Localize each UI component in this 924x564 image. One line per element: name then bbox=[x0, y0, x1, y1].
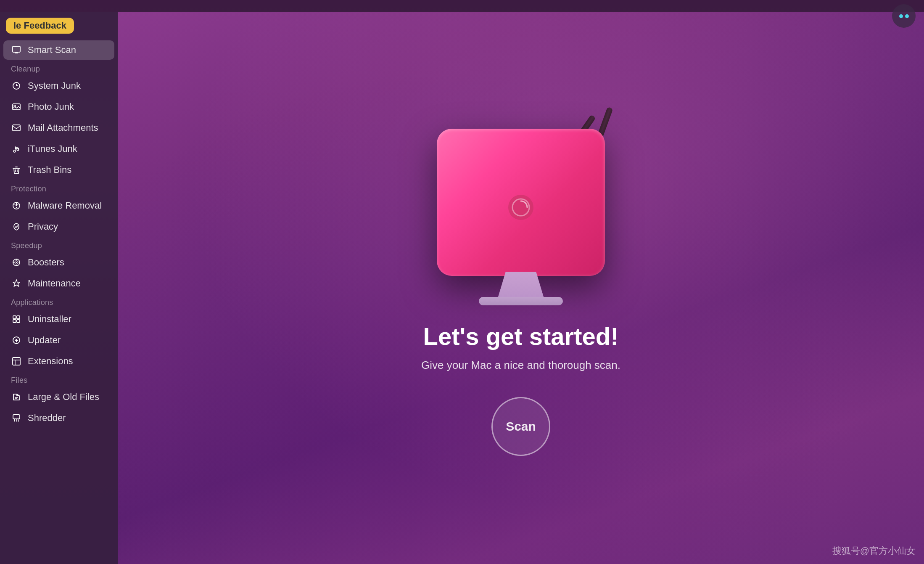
large-old-files-label: Large & Old Files bbox=[28, 392, 99, 402]
section-applications: Applications bbox=[0, 294, 118, 309]
svg-rect-6 bbox=[13, 125, 20, 131]
maintenance-label: Maintenance bbox=[28, 278, 81, 289]
photo-junk-icon bbox=[11, 101, 22, 112]
main-subtitle: Give your Mac a nice and thorough scan. bbox=[421, 359, 620, 372]
section-speedup: Speedup bbox=[0, 237, 118, 252]
macos-menubar bbox=[0, 0, 924, 12]
sidebar: le Feedback Smart Scan Cleanup System bbox=[0, 12, 118, 564]
sidebar-item-trash-bins[interactable]: Trash Bins bbox=[3, 160, 114, 180]
app-illustration bbox=[416, 120, 626, 305]
itunes-junk-label: iTunes Junk bbox=[28, 143, 77, 154]
svg-rect-22 bbox=[13, 320, 16, 323]
app-window: le Feedback Smart Scan Cleanup System bbox=[0, 12, 924, 564]
uninstaller-icon bbox=[11, 314, 22, 325]
privacy-icon bbox=[11, 221, 22, 232]
updater-label: Updater bbox=[28, 335, 61, 346]
svg-point-7 bbox=[13, 150, 16, 152]
sidebar-item-large-old-files[interactable]: Large & Old Files bbox=[3, 387, 114, 407]
boosters-icon bbox=[11, 257, 22, 268]
shredder-icon bbox=[11, 413, 22, 424]
boosters-label: Boosters bbox=[28, 257, 64, 268]
svg-rect-28 bbox=[13, 415, 20, 419]
svg-rect-23 bbox=[17, 320, 20, 323]
sidebar-item-extensions[interactable]: Extensions bbox=[3, 352, 114, 371]
main-content: Let's get started! Give your Mac a nice … bbox=[118, 12, 924, 564]
options-button[interactable] bbox=[892, 4, 916, 28]
mail-attachments-icon bbox=[11, 122, 22, 133]
system-junk-icon bbox=[11, 80, 22, 91]
svg-rect-20 bbox=[13, 316, 16, 319]
monitor-logo bbox=[508, 195, 533, 220]
malware-removal-icon bbox=[11, 200, 22, 211]
malware-removal-label: Malware Removal bbox=[28, 200, 102, 211]
monitor-base bbox=[479, 297, 563, 305]
sidebar-item-mail-attachments[interactable]: Mail Attachments bbox=[3, 118, 114, 138]
sidebar-item-privacy[interactable]: Privacy bbox=[3, 217, 114, 236]
scan-button[interactable]: Scan bbox=[491, 397, 550, 456]
monitor-body bbox=[437, 129, 605, 276]
photo-junk-label: Photo Junk bbox=[28, 101, 74, 112]
sidebar-item-boosters[interactable]: Boosters bbox=[3, 253, 114, 272]
privacy-label: Privacy bbox=[28, 221, 58, 232]
feedback-banner[interactable]: le Feedback bbox=[6, 18, 74, 34]
sidebar-item-itunes-junk[interactable]: iTunes Junk bbox=[3, 139, 114, 159]
monitor-container bbox=[416, 120, 626, 305]
large-old-files-icon bbox=[11, 392, 22, 402]
extensions-label: Extensions bbox=[28, 356, 73, 367]
sidebar-item-malware-removal[interactable]: Malware Removal bbox=[3, 196, 114, 215]
system-junk-label: System Junk bbox=[28, 80, 81, 91]
mail-attachments-label: Mail Attachments bbox=[28, 122, 98, 133]
main-title: Let's get started! bbox=[423, 322, 619, 350]
sidebar-item-photo-junk[interactable]: Photo Junk bbox=[3, 97, 114, 117]
svg-rect-0 bbox=[13, 46, 20, 52]
uninstaller-label: Uninstaller bbox=[28, 314, 71, 325]
trash-bins-label: Trash Bins bbox=[28, 164, 71, 175]
section-cleanup: Cleanup bbox=[0, 61, 118, 75]
dot-1 bbox=[899, 14, 903, 18]
svg-point-8 bbox=[17, 148, 19, 151]
svg-rect-25 bbox=[13, 357, 20, 365]
sidebar-item-system-junk[interactable]: System Junk bbox=[3, 76, 114, 95]
sidebar-item-shredder[interactable]: Shredder bbox=[3, 408, 114, 428]
dot-2 bbox=[905, 14, 909, 18]
maintenance-icon bbox=[11, 278, 22, 289]
smart-scan-icon bbox=[11, 45, 22, 56]
sidebar-item-maintenance[interactable]: Maintenance bbox=[3, 274, 114, 293]
watermark: 搜狐号@官方小仙女 bbox=[832, 545, 916, 557]
itunes-junk-icon bbox=[11, 143, 22, 154]
shredder-label: Shredder bbox=[28, 413, 66, 424]
sidebar-item-updater[interactable]: Updater bbox=[3, 331, 114, 350]
trash-bins-icon bbox=[11, 164, 22, 175]
svg-rect-21 bbox=[17, 316, 20, 319]
sidebar-item-uninstaller[interactable]: Uninstaller bbox=[3, 310, 114, 329]
svg-point-15 bbox=[16, 262, 17, 263]
smart-scan-label: Smart Scan bbox=[28, 45, 76, 56]
updater-icon bbox=[11, 335, 22, 346]
section-files: Files bbox=[0, 372, 118, 387]
extensions-icon bbox=[11, 356, 22, 367]
sidebar-item-smart-scan[interactable]: Smart Scan bbox=[3, 40, 114, 60]
section-protection: Protection bbox=[0, 180, 118, 195]
svg-point-12 bbox=[16, 207, 17, 208]
